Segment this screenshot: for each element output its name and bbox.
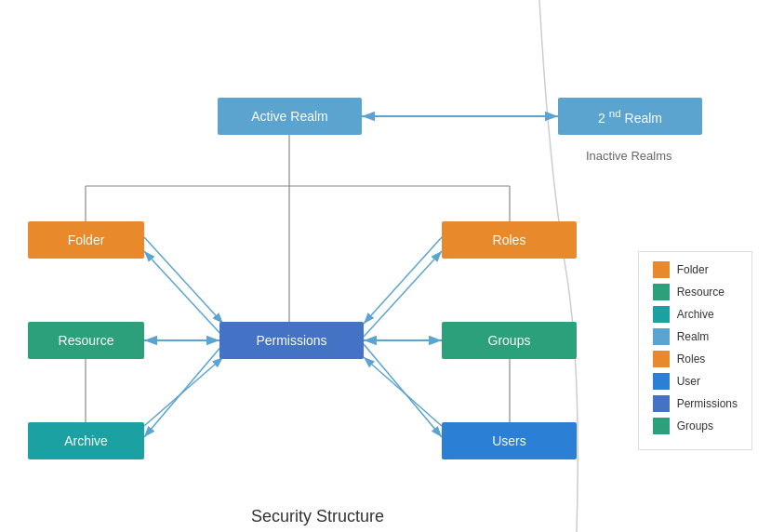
- roles-box: Roles: [442, 221, 577, 259]
- svg-line-18: [364, 357, 442, 426]
- legend-item-folder: Folder: [653, 261, 738, 278]
- legend-item-user: User: [653, 373, 738, 390]
- svg-line-15: [364, 237, 442, 324]
- folder-box: Folder: [28, 221, 144, 259]
- second-realm-label: 2 nd Realm: [598, 107, 662, 126]
- active-realm-box: Active Realm: [218, 98, 362, 135]
- legend-color-resource: [653, 284, 670, 300]
- resource-box: Resource: [28, 322, 144, 359]
- legend-color-realm: [653, 328, 670, 345]
- svg-line-11: [144, 251, 223, 337]
- legend: Folder Resource Archive Realm Roles User…: [638, 251, 752, 450]
- legend-item-roles: Roles: [653, 351, 738, 367]
- permissions-box: Permissions: [219, 322, 364, 359]
- svg-line-13: [144, 357, 223, 426]
- svg-line-16: [364, 251, 442, 337]
- legend-item-permissions: Permissions: [653, 395, 738, 412]
- users-box: Users: [442, 422, 577, 459]
- legend-color-user: [653, 373, 670, 390]
- archive-box: Archive: [28, 422, 144, 459]
- legend-color-roles: [653, 351, 670, 367]
- second-realm-box: 2 nd Realm: [558, 98, 702, 135]
- legend-color-groups: [653, 418, 670, 434]
- inactive-realms-label: Inactive Realms: [586, 149, 671, 163]
- legend-color-folder: [653, 261, 670, 278]
- legend-item-groups: Groups: [653, 418, 738, 434]
- legend-item-archive: Archive: [653, 306, 738, 323]
- svg-line-10: [144, 237, 223, 324]
- legend-color-permissions: [653, 395, 670, 412]
- svg-line-19: [364, 344, 442, 437]
- diagram-title: Security Structure: [251, 507, 384, 526]
- legend-item-resource: Resource: [653, 284, 738, 300]
- legend-color-archive: [653, 306, 670, 323]
- groups-box: Groups: [442, 322, 577, 359]
- svg-line-14: [144, 344, 223, 437]
- diagram-container: Active Realm 2 nd Realm Folder Roles Res…: [0, 0, 771, 532]
- legend-item-realm: Realm: [653, 328, 738, 345]
